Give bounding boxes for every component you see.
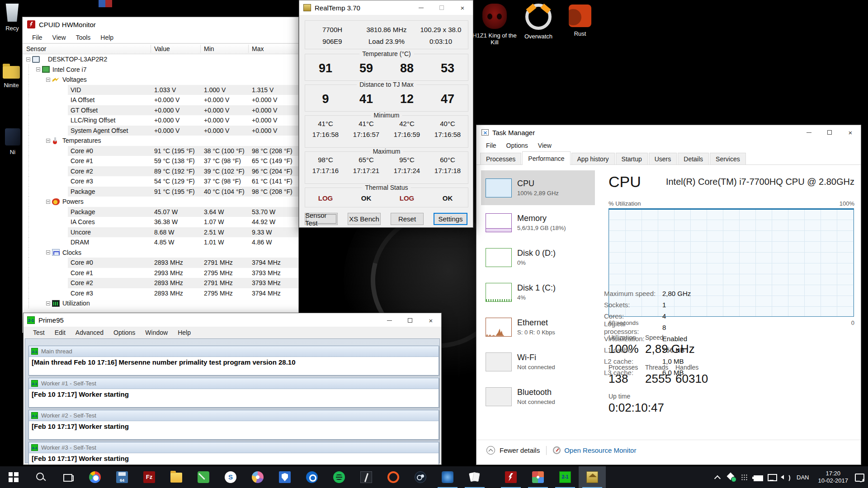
hwmonitor-menu-item[interactable]: Tools <box>71 32 96 43</box>
tab[interactable]: Performance <box>522 151 570 165</box>
tray-grid-icon[interactable] <box>738 471 751 483</box>
close-icon[interactable]: × <box>452 0 473 15</box>
tab[interactable]: App history <box>571 153 615 164</box>
close-icon[interactable]: × <box>840 125 861 140</box>
taskbar-blue-ring[interactable] <box>298 466 326 488</box>
realtemp-button-settings[interactable]: Settings <box>434 213 467 225</box>
sensor-row[interactable]: VID 1.033 V 1.000 V 1.315 V <box>23 85 298 95</box>
taskbar-floppy-64[interactable] <box>108 466 136 488</box>
column-value[interactable]: Value <box>154 45 170 52</box>
desktop-icon-rust[interactable]: Rust <box>563 5 597 37</box>
sensor-row[interactable]: Core #3 2893 MHz 2795 MHz 3794 MHz <box>23 288 298 299</box>
sensor-row[interactable]: Utilization <box>23 298 298 309</box>
hwmonitor-menu-item[interactable]: View <box>47 32 71 43</box>
taskbar-realtemp[interactable] <box>579 466 606 488</box>
collapse-box-icon[interactable] <box>46 78 50 82</box>
maximize-icon[interactable] <box>819 125 840 140</box>
prime95-menu-item[interactable]: Advanced <box>71 327 108 338</box>
fewer-details-button[interactable]: Fewer details <box>500 446 540 454</box>
prime95-menu-item[interactable]: Edit <box>50 327 71 338</box>
sidebar-item-cpu[interactable]: CPU 100% 2,89 GHz <box>481 170 595 205</box>
tab[interactable]: Users <box>649 153 677 164</box>
taskbar-dark-game[interactable] <box>353 466 380 488</box>
prime95-worker-window[interactable]: 2-1 Main thread [Main thread Feb 10 17:1… <box>28 346 439 375</box>
sensor-row[interactable]: DRAM 4.85 W 1.01 W 4.86 W <box>23 237 298 248</box>
worker-titlebar[interactable]: 2-1 Worker #3 - Self-Test <box>29 442 439 453</box>
sidebar-item-bluetooth[interactable]: Bluetooth Not connected <box>481 379 595 414</box>
taskbar-photos[interactable] <box>524 466 552 488</box>
task-manager-menu-item[interactable]: Options <box>501 140 533 151</box>
language-indicator[interactable]: DAN <box>792 474 813 481</box>
taskbar-search[interactable] <box>27 466 54 488</box>
sensor-row[interactable]: Core #3 54 °C (129 °F) 37 °C (98 °F) 61 … <box>23 176 298 187</box>
prime95-menu-item[interactable]: Window <box>140 327 173 338</box>
minimize-icon[interactable] <box>410 0 431 15</box>
tab[interactable]: Details <box>678 153 709 164</box>
sensor-row[interactable]: Uncore 8.68 W 2.51 W 9.33 W <box>23 227 298 238</box>
taskbar-palette[interactable] <box>244 466 271 488</box>
realtemp-button-reset[interactable]: Reset <box>391 213 424 225</box>
sensor-row[interactable]: Core #2 89 °C (192 °F) 39 °C (102 °F) 96… <box>23 166 298 177</box>
sensor-row[interactable]: DESKTOP-L3AP2R2 <box>23 54 298 65</box>
sensor-row[interactable]: Package 91 °C (195 °F) 40 °C (104 °F) 98… <box>23 187 298 197</box>
taskbar-chrome[interactable] <box>81 466 108 488</box>
collapse-box-icon[interactable] <box>46 250 50 254</box>
open-resource-monitor-link[interactable]: Open Resource Monitor <box>564 446 636 454</box>
desktop-icon-overwatch[interactable]: Overwatch <box>519 4 558 40</box>
minimize-icon[interactable] <box>798 125 819 140</box>
column-max[interactable]: Max <box>252 45 264 52</box>
close-icon[interactable]: × <box>420 313 441 328</box>
collapse-box-icon[interactable] <box>46 200 50 204</box>
dropbox-tray-icon[interactable] <box>724 471 738 483</box>
sensor-row[interactable]: System Agent Offset +0.000 V +0.000 V +0… <box>23 126 298 136</box>
desktop-icon-ninite[interactable]: Ninite <box>1 66 22 89</box>
prime95-menu-item[interactable]: Test <box>28 327 50 338</box>
sensor-row[interactable]: GT Offset +0.000 V +0.000 V +0.000 V <box>23 105 298 116</box>
realtemp-titlebar[interactable]: RealTemp 3.70 × <box>299 0 473 15</box>
sensor-row[interactable]: Core #0 91 °C (195 °F) 38 °C (100 °F) 98… <box>23 146 298 156</box>
sensor-row[interactable]: Powers <box>23 197 298 207</box>
sensor-row[interactable]: Core #2 2893 MHz 2791 MHz 3793 MHz <box>23 278 298 288</box>
collapse-box-icon[interactable] <box>26 57 30 61</box>
prime95-worker-window[interactable]: 2-1 Worker #1 - Self-Test [Feb 10 17:17]… <box>28 378 439 408</box>
sensor-row[interactable]: Intel Core i7 <box>23 65 298 75</box>
maximize-icon[interactable] <box>400 313 420 328</box>
taskbar-prime95[interactable] <box>552 466 579 488</box>
desktop-icon-partial[interactable]: Ni <box>3 128 23 155</box>
hwmonitor-menu-item[interactable]: Help <box>95 32 118 43</box>
column-divider[interactable] <box>248 45 249 53</box>
prime95-titlebar[interactable]: 2-1 Prime95 × <box>24 313 441 327</box>
sensor-row[interactable]: IA Cores 36.38 W 1.07 W 44.92 W <box>23 217 298 227</box>
collapse-box-icon[interactable] <box>46 301 50 305</box>
taskbar-filezilla[interactable] <box>136 466 163 488</box>
tab[interactable]: Processes <box>480 153 521 164</box>
sensor-row[interactable]: Core #0 2893 MHz 2791 MHz 3794 MHz <box>23 258 298 268</box>
task-manager-menu-item[interactable]: View <box>533 140 557 151</box>
sensor-row[interactable]: IA Offset +0.000 V +0.000 V +0.000 V <box>23 95 298 105</box>
sidebar-item-disk0[interactable]: Disk 0 (D:) 0% <box>481 240 595 275</box>
taskbar-spotify[interactable] <box>326 466 353 488</box>
chevron-up-circle-icon[interactable] <box>486 446 495 455</box>
tab[interactable]: Startup <box>616 153 648 164</box>
taskbar-file-explorer[interactable] <box>163 466 190 488</box>
taskbar-defender[interactable] <box>271 466 298 488</box>
taskbar-task-view[interactable] <box>54 466 81 488</box>
hwmonitor-titlebar[interactable]: CPUID HWMonitor <box>23 17 298 32</box>
taskbar-steam[interactable] <box>407 466 434 488</box>
minimize-icon[interactable] <box>379 313 400 328</box>
task-manager-menu-item[interactable]: File <box>481 140 501 151</box>
battery-icon[interactable] <box>751 471 765 483</box>
taskbar-hwmonitor[interactable] <box>497 466 524 488</box>
network-icon[interactable] <box>765 471 778 483</box>
worker-titlebar[interactable]: 2-1 Worker #1 - Self-Test <box>29 378 439 389</box>
tray-expand-chevron-icon[interactable] <box>711 471 724 483</box>
column-sensor[interactable]: Sensor <box>26 45 46 52</box>
sensor-row[interactable]: Temperatures <box>23 136 298 146</box>
sensor-row[interactable]: Package 45.07 W 3.64 W 53.70 W <box>23 207 298 217</box>
column-divider[interactable] <box>151 45 151 53</box>
volume-icon[interactable] <box>778 471 792 483</box>
desktop-icon-h1z1[interactable]: H1Z1 King of the Kill <box>469 4 520 46</box>
clock[interactable]: 17:20 10-02-2017 <box>814 470 853 484</box>
sidebar-item-wifi[interactable]: Wi-Fi Not connected <box>481 344 595 379</box>
taskbar-blue-glow[interactable] <box>434 466 461 488</box>
